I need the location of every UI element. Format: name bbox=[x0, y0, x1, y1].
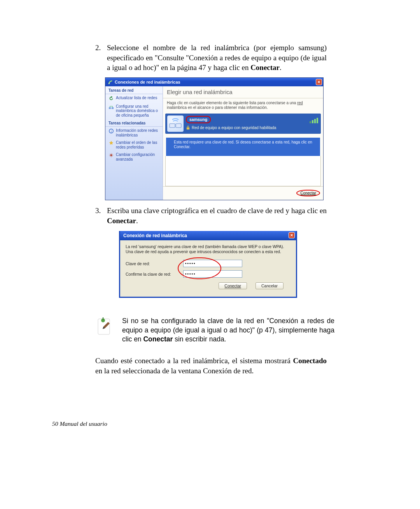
note-text: Si no se ha configurado la clave de la r… bbox=[122, 317, 334, 344]
sidebar-section-related: Tareas relacionadas bbox=[105, 119, 163, 127]
svg-text:i: i bbox=[111, 130, 112, 133]
network-name: samsung bbox=[186, 116, 211, 123]
list-empty-area bbox=[165, 156, 321, 186]
sidebar-item-info-label: Información sobre redes inalámbricas bbox=[116, 128, 160, 137]
window-title: Conexiones de red inalámbricas bbox=[115, 80, 180, 84]
note-icon bbox=[96, 317, 114, 338]
dialog-connect-button[interactable]: Conectar bbox=[219, 282, 247, 289]
dialog-title: Conexión de red inalámbrica bbox=[123, 233, 187, 238]
network-item[interactable]: samsung Red de equipo a equipo con segur… bbox=[165, 114, 321, 134]
network-security-line: Red de equipo a equipo con seguridad hab… bbox=[186, 126, 319, 130]
svg-rect-1 bbox=[109, 107, 111, 109]
password-dialog: Conexión de red inalámbrica × La red 'sa… bbox=[119, 231, 297, 298]
network-body: samsung Red de equipo a equipo con segur… bbox=[186, 115, 319, 132]
svg-rect-6 bbox=[170, 124, 175, 128]
sidebar-item-advanced[interactable]: Cambiar configuración avanzada bbox=[105, 151, 163, 163]
svg-point-5 bbox=[110, 154, 112, 156]
sidebar-item-order-label: Cambiar el orden de las redes preferidas bbox=[116, 140, 160, 149]
close-button[interactable]: × bbox=[316, 79, 322, 85]
confirm-key-label: Confirme la clave de red: bbox=[126, 272, 183, 276]
confirm-key-row: Confirme la clave de red: bbox=[126, 270, 290, 278]
step-3-text: Escriba una clave criptográfica en el cu… bbox=[107, 206, 327, 226]
document-page: 2. Seleccione el nombre de la red inalám… bbox=[0, 0, 420, 509]
dialog-buttons: Conectar Cancelar bbox=[126, 281, 290, 289]
step-3-text-c: . bbox=[136, 217, 138, 225]
network-key-row: Clave de red: bbox=[126, 260, 290, 267]
refresh-icon bbox=[108, 96, 114, 101]
window-body: Tareas de red Actualizar lista de redes … bbox=[105, 86, 323, 200]
wireless-window: Conexiones de red inalámbricas × Tareas … bbox=[105, 77, 324, 200]
step-2-text-a: Seleccione el nombre de la red inalámbri… bbox=[107, 44, 327, 72]
star-icon bbox=[108, 140, 114, 146]
svg-rect-2 bbox=[112, 107, 114, 109]
lock-icon bbox=[186, 126, 190, 130]
sidebar-item-setup[interactable]: Configurar una red inalámbrica doméstica… bbox=[105, 103, 163, 119]
adhoc-network-icon bbox=[167, 115, 184, 132]
svg-rect-8 bbox=[187, 128, 189, 130]
dialog-cancel-button[interactable]: Cancelar bbox=[256, 282, 284, 289]
step-2-text-bold: Conectar bbox=[250, 63, 280, 72]
page-footer: 50 Manual del usuario bbox=[52, 420, 107, 427]
wireless-icon bbox=[108, 79, 113, 85]
step-2-text-c: . bbox=[280, 63, 282, 72]
step-3: 3. Escriba una clave criptográfica en el… bbox=[95, 206, 327, 226]
connect-button[interactable]: Conectar bbox=[296, 190, 320, 196]
close-icon: × bbox=[290, 233, 293, 238]
sidebar-item-order[interactable]: Cambiar el orden de las redes preferidas bbox=[105, 139, 163, 151]
gear-icon bbox=[108, 152, 114, 158]
sidebar-section-tasks: Tareas de red bbox=[105, 86, 163, 94]
window-titlebar: Conexiones de red inalámbricas × bbox=[105, 78, 323, 86]
sidebar-item-advanced-label: Cambiar configuración avanzada bbox=[116, 152, 160, 161]
task-sidebar: Tareas de red Actualizar lista de redes … bbox=[105, 86, 163, 200]
sidebar-item-refresh[interactable]: Actualizar lista de redes bbox=[105, 94, 163, 103]
sidebar-item-info[interactable]: i Información sobre redes inalámbricas bbox=[105, 127, 163, 139]
signal-strength-icon bbox=[310, 118, 318, 123]
svg-rect-7 bbox=[176, 124, 181, 128]
dialog-body: La red 'samsung' requiere una clave de r… bbox=[120, 240, 296, 297]
note-block: Si no se ha configurado la clave de la r… bbox=[96, 317, 334, 344]
dialog-desc: La red 'samsung' requiere una clave de r… bbox=[126, 244, 290, 254]
closing-paragraph: Cuando esté conectado a la red inalámbri… bbox=[95, 356, 327, 376]
network-setup-icon bbox=[108, 104, 114, 110]
sidebar-item-setup-label: Configurar una red inalámbrica doméstica… bbox=[116, 104, 160, 118]
pane-title: Elegir una red inalámbrica bbox=[163, 86, 323, 98]
step-2: 2. Seleccione el nombre de la red inalám… bbox=[95, 43, 327, 73]
dialog-close-button[interactable]: × bbox=[289, 232, 295, 238]
pane-subtitle: Haga clic en cualquier elemento de la si… bbox=[163, 98, 323, 114]
confirm-key-input[interactable] bbox=[183, 270, 242, 278]
info-icon: i bbox=[108, 128, 114, 134]
svg-point-0 bbox=[108, 83, 110, 84]
network-key-input[interactable] bbox=[183, 260, 242, 267]
network-desc: Esta red requiere una clave de red. Si d… bbox=[166, 138, 320, 156]
network-key-label: Clave de red: bbox=[126, 261, 183, 266]
dialog-titlebar: Conexión de red inalámbrica × bbox=[120, 231, 296, 240]
step-3-text-a: Escriba una clave criptográfica en el cu… bbox=[107, 206, 327, 215]
step-2-number: 2. bbox=[95, 43, 107, 73]
step-2-text: Seleccione el nombre de la red inalámbri… bbox=[107, 43, 327, 73]
sidebar-item-refresh-label: Actualizar lista de redes bbox=[116, 96, 160, 100]
window-footer: Conectar bbox=[163, 186, 323, 200]
network-list-pane: Elegir una red inalámbrica Haga clic en … bbox=[163, 86, 323, 200]
step-3-number: 3. bbox=[95, 206, 107, 226]
close-icon: × bbox=[317, 79, 320, 85]
step-3-text-bold: Conectar bbox=[107, 217, 136, 225]
